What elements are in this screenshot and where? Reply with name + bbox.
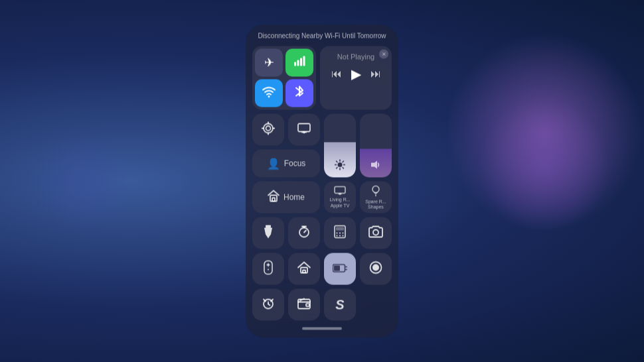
focus-icon: 👤 — [267, 157, 280, 170]
row-network-nowplaying: ✈ — [252, 46, 392, 110]
screen-lock-button[interactable] — [252, 114, 284, 146]
focus-label: Focus — [284, 159, 306, 168]
svg-rect-45 — [264, 261, 272, 274]
screen-mirror-button[interactable] — [288, 114, 320, 146]
svg-point-48 — [268, 269, 269, 270]
svg-line-60 — [264, 299, 266, 301]
spare-icon — [371, 184, 380, 199]
screen-record-button[interactable] — [360, 253, 392, 285]
svg-point-43 — [343, 235, 344, 236]
record-icon — [369, 261, 382, 277]
quick-actions-row1 — [252, 217, 392, 249]
wallet-icon — [297, 297, 311, 312]
svg-line-61 — [271, 299, 273, 301]
volume-slider[interactable] — [360, 114, 392, 178]
alarm-button[interactable] — [252, 289, 284, 321]
svg-rect-54 — [334, 265, 340, 271]
wifi-icon — [262, 86, 276, 101]
flashlight-button[interactable] — [252, 217, 284, 249]
spare-label: Spare R... Shapes — [365, 199, 386, 210]
calculator-icon — [334, 225, 346, 241]
svg-rect-11 — [298, 124, 310, 132]
home-label: Home — [283, 193, 305, 202]
timer-icon — [297, 225, 311, 241]
svg-rect-1 — [297, 60, 299, 66]
apple-tv-button[interactable]: Living R... Apple TV — [324, 182, 356, 213]
svg-point-41 — [337, 235, 338, 236]
home-app-icon — [297, 261, 311, 276]
row-home: Home Living R... Apple TV — [252, 182, 392, 213]
svg-line-35 — [304, 230, 306, 232]
bluetooth-icon — [295, 85, 304, 101]
shazam-icon: S — [335, 297, 344, 312]
svg-point-56 — [372, 264, 379, 271]
tv-icon — [334, 186, 346, 198]
next-track-button[interactable]: ⏭ — [370, 68, 381, 80]
flashlight-icon — [263, 225, 274, 241]
svg-rect-31 — [266, 225, 271, 227]
wifi-button[interactable] — [255, 80, 283, 107]
status-message: Disconnecting Nearby Wi-Fi Until Tomorro… — [252, 31, 392, 42]
svg-line-20 — [343, 168, 344, 169]
cellular-button[interactable] — [285, 49, 313, 77]
svg-rect-50 — [303, 270, 305, 272]
volume-icon — [370, 160, 381, 172]
bg-decoration-3 — [33, 133, 133, 232]
svg-point-5 — [264, 124, 273, 133]
timer-button[interactable] — [288, 217, 320, 249]
brightness-slider[interactable] — [324, 114, 356, 178]
spare-room-button[interactable]: Spare R... Shapes — [360, 182, 392, 213]
screen-lock-icon — [262, 122, 275, 138]
svg-rect-2 — [300, 58, 302, 66]
svg-point-40 — [343, 232, 344, 233]
network-tile: ✈ — [252, 46, 316, 110]
now-playing-title: Not Playing — [327, 53, 385, 61]
screen-mirror-icon — [297, 123, 311, 137]
alarm-icon — [262, 296, 275, 313]
svg-point-42 — [339, 235, 341, 236]
svg-rect-26 — [335, 187, 345, 194]
tv-label: Living R... Apple TV — [329, 198, 350, 209]
svg-line-59 — [268, 304, 270, 305]
row-controls-sliders: 👤 Focus — [252, 114, 392, 178]
airplane-icon: ✈ — [264, 56, 274, 70]
airplane-mode-button[interactable]: ✈ — [255, 49, 283, 77]
previous-track-button[interactable]: ⏮ — [331, 68, 342, 80]
focus-button[interactable]: 👤 Focus — [252, 150, 320, 178]
brightness-icon — [335, 160, 345, 172]
shazam-button[interactable]: S — [324, 289, 356, 321]
svg-line-19 — [337, 161, 338, 162]
svg-point-6 — [266, 126, 271, 131]
battery-icon — [333, 262, 347, 276]
svg-point-38 — [337, 232, 338, 233]
camera-icon — [368, 225, 383, 241]
play-pause-button[interactable]: ▶ — [351, 66, 361, 82]
calculator-button[interactable] — [324, 217, 356, 249]
home-app-button[interactable] — [288, 253, 320, 285]
cellular-icon — [293, 55, 305, 70]
svg-rect-0 — [294, 62, 296, 66]
svg-rect-25 — [272, 198, 275, 202]
svg-point-39 — [339, 232, 341, 233]
low-power-button[interactable] — [324, 253, 356, 285]
home-icon — [268, 190, 280, 205]
now-playing-tile: ✕ Not Playing ⏮ ▶ ⏭ — [320, 46, 392, 110]
svg-marker-23 — [371, 161, 377, 169]
home-indicator — [302, 328, 342, 330]
svg-rect-3 — [303, 56, 305, 66]
remote-button[interactable] — [252, 253, 284, 285]
wallet-button[interactable] — [288, 289, 320, 321]
quick-actions-row2 — [252, 253, 392, 285]
bluetooth-button[interactable] — [285, 80, 313, 107]
bg-decoration-2 — [478, 99, 611, 232]
camera-button[interactable] — [360, 217, 392, 249]
row-screen-controls — [252, 114, 320, 146]
svg-rect-37 — [336, 227, 344, 230]
home-button[interactable]: Home — [252, 182, 320, 213]
svg-point-4 — [268, 95, 270, 97]
svg-point-44 — [373, 229, 378, 235]
svg-point-14 — [338, 162, 343, 167]
now-playing-controls: ⏮ ▶ ⏭ — [327, 66, 385, 82]
control-center-panel: Disconnecting Nearby Wi-Fi Until Tomorro… — [246, 25, 398, 338]
now-playing-close-button[interactable]: ✕ — [379, 50, 388, 59]
